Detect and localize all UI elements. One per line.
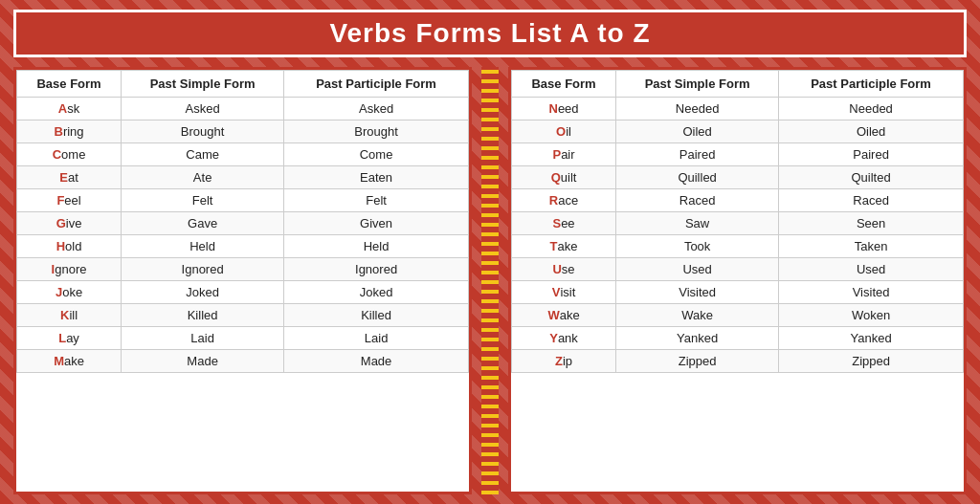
cell-base: Come [17, 143, 122, 166]
first-letter: T [550, 239, 558, 253]
cell-past: Came [122, 143, 284, 166]
first-letter: F [56, 193, 64, 208]
cell-past: Took [616, 235, 779, 258]
table-row: BringBroughtBrought [17, 121, 469, 143]
cell-participle: Zipped [779, 350, 964, 373]
title-bar: Verbs Forms List A to Z [13, 10, 967, 57]
cell-past: Zipped [616, 350, 779, 373]
cell-base: Feel [17, 189, 122, 212]
cell-participle: Visited [779, 281, 964, 304]
cell-participle: Yanked [779, 327, 964, 350]
cell-past: Wake [616, 304, 779, 327]
cell-participle: Asked [284, 98, 469, 121]
right-col-base: Base Form [512, 71, 616, 98]
table-separator [481, 67, 499, 494]
table-row: GiveGaveGiven [17, 212, 469, 235]
cell-participle: Killed [284, 304, 469, 327]
cell-base: Kill [17, 304, 122, 327]
table-row: EatAteEaten [17, 166, 469, 189]
left-col-base: Base Form [17, 71, 122, 98]
cell-past: Felt [122, 189, 284, 212]
first-letter: L [58, 331, 66, 345]
first-letter: B [55, 124, 63, 139]
cell-base: Lay [17, 327, 122, 350]
table-row: JokeJokedJoked [17, 281, 469, 304]
cell-base: Race [512, 189, 616, 212]
table-row: QuiltQuilledQuilted [512, 166, 964, 189]
first-letter: W [547, 308, 559, 322]
table-row: NeedNeededNeeded [512, 98, 964, 121]
table-row: YankYankedYanked [512, 327, 964, 350]
cell-past: Raced [616, 189, 779, 212]
table-row: MakeMadeMade [17, 350, 469, 373]
cell-base: Visit [512, 281, 616, 304]
cell-past: Saw [616, 212, 779, 235]
first-letter: Y [549, 331, 558, 345]
cell-participle: Laid [284, 327, 469, 350]
first-letter: H [56, 239, 65, 253]
table-row: OilOiledOiled [512, 121, 964, 143]
cell-participle: Given [284, 212, 469, 235]
cell-participle: Made [284, 350, 469, 373]
right-col-past: Past Simple Form [616, 71, 779, 98]
cell-participle: Oiled [779, 121, 964, 143]
cell-participle: Raced [779, 189, 964, 212]
table-row: ComeCameCome [17, 143, 469, 166]
table-row: UseUsedUsed [512, 258, 964, 281]
table-row: PairPairedPaired [512, 143, 964, 166]
first-letter: A [58, 101, 67, 116]
cell-past: Used [616, 258, 779, 281]
first-letter: J [56, 285, 62, 299]
first-letter: N [548, 101, 557, 116]
cell-base: Joke [17, 281, 122, 304]
first-letter: M [54, 354, 64, 368]
table-row: FeelFeltFelt [17, 189, 469, 212]
cell-participle: Paired [779, 143, 964, 166]
first-letter: I [52, 262, 56, 276]
cell-participle: Brought [284, 121, 469, 143]
cell-base: Ignore [17, 258, 122, 281]
first-letter: Q [551, 170, 561, 185]
cell-past: Needed [616, 98, 779, 121]
table-row: LayLaidLaid [17, 327, 469, 350]
first-letter: E [59, 170, 68, 185]
first-letter: S [552, 216, 561, 230]
cell-past: Killed [122, 304, 284, 327]
first-letter: K [60, 308, 69, 322]
first-letter: U [552, 262, 561, 276]
cell-base: Ask [17, 98, 122, 121]
cell-past: Joked [122, 281, 284, 304]
table-row: RaceRacedRaced [512, 189, 964, 212]
table-row: VisitVisitedVisited [512, 281, 964, 304]
cell-participle: Felt [284, 189, 469, 212]
left-table: Base Form Past Simple Form Past Particip… [16, 70, 469, 373]
cell-participle: Needed [779, 98, 964, 121]
cell-base: Bring [17, 121, 122, 143]
cell-base: Make [17, 350, 122, 373]
left-table-container: Base Form Past Simple Form Past Particip… [13, 67, 472, 494]
tables-wrapper: Base Form Past Simple Form Past Particip… [13, 67, 967, 494]
right-col-participle: Past Participle Form [779, 71, 964, 98]
table-row: AskAskedAsked [17, 98, 469, 121]
first-letter: C [53, 147, 61, 162]
page-title: Verbs Forms List A to Z [16, 18, 964, 49]
first-letter: Z [555, 354, 563, 368]
first-letter: P [552, 147, 561, 162]
cell-participle: Seen [779, 212, 964, 235]
cell-participle: Quilted [779, 166, 964, 189]
table-row: ZipZippedZipped [512, 350, 964, 373]
cell-base: Zip [512, 350, 616, 373]
left-col-participle: Past Participle Form [284, 71, 469, 98]
right-table-container: Base Form Past Simple Form Past Particip… [508, 67, 967, 494]
cell-past: Laid [122, 327, 284, 350]
cell-past: Asked [122, 98, 284, 121]
cell-past: Gave [122, 212, 284, 235]
cell-past: Paired [616, 143, 779, 166]
cell-past: Yanked [616, 327, 779, 350]
cell-base: Hold [17, 235, 122, 258]
cell-past: Brought [122, 121, 284, 143]
cell-participle: Come [284, 143, 469, 166]
first-letter: V [552, 285, 561, 299]
table-row: KillKilledKilled [17, 304, 469, 327]
cell-participle: Used [779, 258, 964, 281]
